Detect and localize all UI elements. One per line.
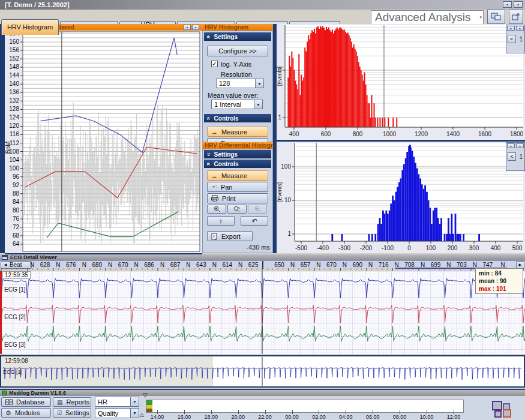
timeline-tick-label: 22:00 xyxy=(256,414,275,420)
hr-select[interactable]: HR ▼ xyxy=(95,397,139,407)
timeline-bar[interactable] xyxy=(146,400,464,413)
undo-zoom-button[interactable]: ↶ xyxy=(241,216,268,226)
svg-text:1: 1 xyxy=(278,114,281,121)
measure-icon: ↔ xyxy=(211,128,218,136)
collapse-icon: « xyxy=(205,116,212,120)
diff-pan-button[interactable]: ☜ Pan xyxy=(207,182,268,192)
svg-text:400: 400 xyxy=(491,245,501,251)
hr-stats-box: min : 84 mean : 90 max : 101 xyxy=(475,268,523,294)
measure-icon: ↔ xyxy=(211,172,218,179)
timeline-tick-label: 02:00 xyxy=(309,414,328,420)
ecg-viewer-title: ECG Detail Viewer xyxy=(10,255,57,260)
svg-text:128: 128 xyxy=(9,106,19,112)
screen-layout-button[interactable] xyxy=(487,10,505,24)
diff-print-button[interactable]: Print xyxy=(207,193,268,203)
beat-annotation-bar: ◄ Beat ► N628N676N680N670N686N687N643N61… xyxy=(0,260,525,268)
fit-vertical-button[interactable]: ↕ xyxy=(207,216,235,226)
chevron-down-icon[interactable]: ▾ xyxy=(478,15,483,20)
settings-button[interactable]: ☑ Settings xyxy=(53,408,91,418)
chevron-down-icon[interactable]: ▼ xyxy=(130,409,139,418)
svg-text:100: 100 xyxy=(9,165,19,172)
tab-hrv-histogram[interactable]: HRV Histogram xyxy=(1,19,59,35)
overview-lead-label: ECG [1] xyxy=(3,369,22,375)
chevron-down-icon[interactable]: ▼ xyxy=(255,79,263,88)
svg-text:800: 800 xyxy=(353,131,363,137)
pane-close-button[interactable]: ▪ xyxy=(516,26,524,31)
range-view-chart[interactable]: 6468727680848892961001041081121161201241… xyxy=(5,31,202,254)
mean-value-select[interactable]: 1 Interval ▼ xyxy=(211,100,263,109)
pane-close-button[interactable]: ▪ xyxy=(516,143,524,148)
timeline-cursor-top[interactable]: ▽ xyxy=(143,392,148,398)
resolution-select[interactable]: 128 ▼ xyxy=(216,79,264,88)
svg-text:600: 600 xyxy=(321,131,331,137)
svg-text:156: 156 xyxy=(9,47,19,53)
window-minimize-button[interactable]: ▪ xyxy=(503,1,512,8)
zoom-select-button[interactable] xyxy=(227,205,247,214)
svg-text:BpM: BpM xyxy=(5,142,11,154)
controls-section-header[interactable]: « Controls xyxy=(204,114,271,122)
svg-text:132: 132 xyxy=(9,97,19,104)
reports-button[interactable]: ▤ Reports xyxy=(53,397,91,407)
collapse-icon: « xyxy=(205,35,212,38)
detach-window-button[interactable] xyxy=(509,10,523,24)
diff-measure-button[interactable]: ↔ Measure xyxy=(207,170,268,181)
window-close-button[interactable]: ▪ xyxy=(514,1,523,8)
zoom-out-button[interactable] xyxy=(248,205,267,214)
svg-text:152: 152 xyxy=(9,55,19,62)
svg-text:84: 84 xyxy=(13,199,20,205)
measure-button[interactable]: ↔ Measure xyxy=(207,127,268,137)
configure-button[interactable]: Configure >> xyxy=(207,46,268,56)
export-button[interactable]: Export xyxy=(207,231,253,241)
svg-text:0: 0 xyxy=(407,245,411,251)
diff-controls-section-header[interactable]: « Controls xyxy=(204,160,271,168)
mean-value-label: Mean value over: xyxy=(208,92,258,99)
pager-prev-button[interactable]: < xyxy=(508,35,516,43)
vertical-arrows-icon: ↕ xyxy=(219,217,223,224)
ecg-detail-chart[interactable] xyxy=(0,271,525,354)
svg-text:1200: 1200 xyxy=(415,131,428,137)
timeline-cursor-bottom[interactable]: △ xyxy=(140,412,144,418)
range-view-close-button[interactable]: ▪ xyxy=(192,25,199,30)
quality-select[interactable]: Quality ▼ xyxy=(95,408,139,418)
modules-button[interactable]: ⚙ Modules xyxy=(1,408,51,418)
hrv-histogram-panel-titlebar: HRV Histogram xyxy=(202,24,273,31)
pane-minimize-button[interactable]: ▪ xyxy=(507,26,515,31)
timeline-tick-label: 20:00 xyxy=(229,414,248,420)
svg-text:140: 140 xyxy=(9,80,19,87)
timeline-tick-label: 06:00 xyxy=(363,414,382,420)
timeline-tick-label: 08:00 xyxy=(390,414,409,420)
svg-text:1400: 1400 xyxy=(446,131,460,137)
timeline-tick-label: 12:00 xyxy=(444,414,463,420)
window-titlebar: [T. Demo / 25.1.2002] xyxy=(0,0,525,10)
log-y-axis-checkbox[interactable]: ✓ xyxy=(211,61,218,67)
ecg-timestamp: 12:59:35 xyxy=(2,271,31,279)
chevron-down-icon[interactable]: ▼ xyxy=(254,100,262,109)
svg-text:400: 400 xyxy=(289,131,299,137)
chevron-down-icon[interactable]: ▼ xyxy=(130,397,139,406)
diff-settings-section-header[interactable]: « Settings xyxy=(204,150,271,158)
undo-arrow-icon: ↶ xyxy=(251,217,257,225)
hrv-diff-histogram-chart[interactable]: 110100-500-400-300-200-10001002003004005… xyxy=(277,142,525,253)
hrv-histogram-chart[interactable]: 11040060080010001200140016001800[Events] xyxy=(277,24,525,141)
settings-section-header[interactable]: « Settings xyxy=(204,32,271,41)
ecg-overview-chart[interactable] xyxy=(1,356,524,386)
zoom-out-icon xyxy=(254,206,261,212)
database-button[interactable]: Database xyxy=(1,397,51,407)
dual-monitor-icon xyxy=(491,13,502,21)
svg-text:88: 88 xyxy=(13,190,20,197)
svg-text:-500: -500 xyxy=(295,245,307,251)
svg-text:96: 96 xyxy=(13,173,20,180)
range-view-minimize-button[interactable]: ▪ xyxy=(184,25,191,30)
svg-text:-300: -300 xyxy=(338,245,350,251)
svg-text:[Events]: [Events] xyxy=(277,182,283,202)
svg-text:200: 200 xyxy=(448,245,458,251)
svg-text:116: 116 xyxy=(10,131,19,137)
timeline-quality-green xyxy=(146,400,152,405)
analysis-selector[interactable]: Advanced Analysis ▾ xyxy=(371,10,484,25)
zoom-in-button[interactable] xyxy=(207,205,226,214)
svg-text:64: 64 xyxy=(13,241,20,247)
pager-prev-button[interactable]: < xyxy=(508,152,516,161)
gear-icon: ⚙ xyxy=(5,409,11,417)
pane-minimize-button[interactable]: ▪ xyxy=(507,143,515,148)
svg-text:10: 10 xyxy=(284,197,292,203)
